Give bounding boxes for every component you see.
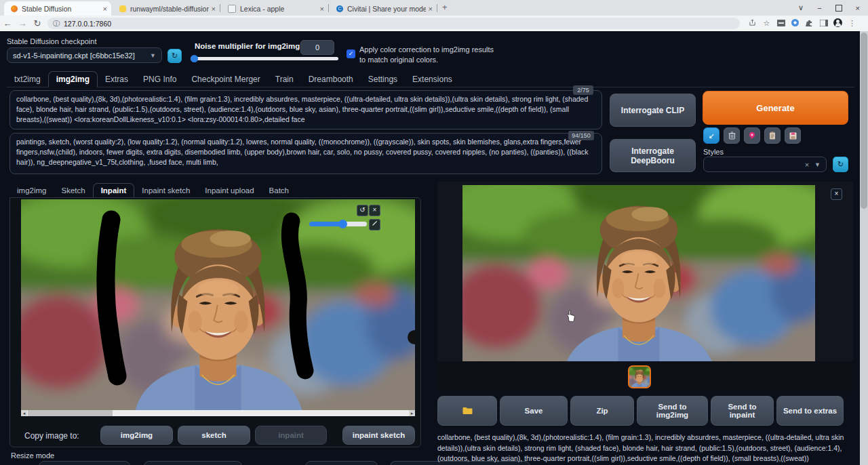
side-panel-icon[interactable] xyxy=(816,20,831,28)
zip-button[interactable]: Zip xyxy=(570,396,634,426)
resize-option-pill[interactable] xyxy=(305,461,378,465)
tab-settings[interactable]: Settings xyxy=(361,72,405,87)
browser-menu-icon[interactable]: ⋮ xyxy=(845,19,859,28)
negative-prompt-textarea[interactable]: paintings, sketch, (worst quality:2), (l… xyxy=(9,133,602,174)
subtab-img2img[interactable]: img2img xyxy=(9,184,54,197)
scrollbar-thumb[interactable] xyxy=(28,410,113,416)
tab-close-icon[interactable]: × xyxy=(212,5,216,13)
subtab-inpaint[interactable]: Inpaint xyxy=(93,183,135,198)
refresh-styles-button[interactable]: ↻ xyxy=(833,157,848,172)
extra-networks-button[interactable] xyxy=(744,127,760,144)
huggingface-favicon xyxy=(119,5,126,12)
noise-multiplier-label: Noise multiplier for img2img xyxy=(195,42,300,50)
page-scrollbar[interactable] xyxy=(860,31,868,465)
tab-img2img[interactable]: img2img xyxy=(48,71,98,87)
civitai-favicon: C xyxy=(336,5,343,12)
save-button[interactable]: Save xyxy=(500,396,568,426)
inpaint-source-image xyxy=(21,199,415,410)
resize-option-pill[interactable] xyxy=(39,461,130,465)
brush-tool-icon[interactable] xyxy=(369,219,380,230)
interrogate-deepbooru-button[interactable]: Interrogate DeepBooru xyxy=(610,139,696,172)
clear-styles-icon[interactable]: × xyxy=(805,161,809,169)
send-to-extras-button[interactable]: Send to extras xyxy=(776,396,844,426)
reload-icon[interactable]: ↻ xyxy=(30,18,45,28)
scroll-right-icon[interactable]: ▸ xyxy=(409,410,415,416)
tab-close-icon[interactable]: × xyxy=(320,5,324,13)
prompt-token-counter: 2/75 xyxy=(573,85,593,95)
clear-image-icon[interactable]: × xyxy=(369,205,380,216)
tab-close-icon[interactable]: × xyxy=(103,5,107,13)
noise-multiplier-value[interactable]: 0 xyxy=(300,40,334,55)
tab-extensions[interactable]: Extensions xyxy=(405,72,460,87)
share-icon[interactable] xyxy=(745,19,760,28)
open-output-folder-button[interactable] xyxy=(437,396,497,426)
forward-icon[interactable]: → xyxy=(15,18,30,28)
page-scrollbar-thumb[interactable] xyxy=(861,33,867,209)
result-image[interactable] xyxy=(462,185,815,361)
prompt-textarea[interactable]: collarbone, (best quality),(8k, 3d),(pho… xyxy=(9,90,602,129)
subtab-sketch[interactable]: Sketch xyxy=(54,184,92,197)
extension-grid-icon[interactable] xyxy=(774,20,788,28)
clear-prompt-button[interactable] xyxy=(724,127,740,144)
window-dropdown-icon[interactable]: ∨ xyxy=(798,3,804,12)
address-bar[interactable]: ⓘ 127.0.0.1:7860 xyxy=(47,18,740,29)
inpaint-canvas[interactable]: ↺ × xyxy=(21,199,415,410)
profile-avatar[interactable] xyxy=(831,18,845,28)
close-gallery-icon[interactable]: × xyxy=(831,188,842,200)
save-style-button[interactable] xyxy=(785,127,801,144)
browser-tab-stable-diffusion[interactable]: Stable Diffusion × xyxy=(4,1,111,16)
copy-to-inpaint-button: inpaint xyxy=(255,426,327,445)
noise-multiplier-slider[interactable] xyxy=(191,57,338,60)
subtab-inpaint-sketch[interactable]: Inpaint sketch xyxy=(134,184,197,197)
brush-size-slider[interactable] xyxy=(309,222,367,226)
browser-tab-runwayml[interactable]: runwayml/stable-diffusion-inpai × xyxy=(113,1,220,16)
copy-to-img2img-button[interactable]: img2img xyxy=(100,426,173,445)
tab-txt2img[interactable]: txt2img xyxy=(7,72,48,87)
paste-generation-params-button[interactable]: ↙ xyxy=(703,127,719,144)
chevron-down-icon: ▼ xyxy=(150,52,156,59)
copy-image-to-label: Copy image to: xyxy=(24,431,79,441)
site-info-icon[interactable]: ⓘ xyxy=(53,19,60,28)
color-correction-checkbox[interactable]: ✓ xyxy=(347,49,355,58)
checkpoint-dropdown[interactable]: sd-v1-5-inpainting.ckpt [c6bbc15e32] ▼ xyxy=(7,47,162,63)
subtab-inpaint-upload[interactable]: Inpaint upload xyxy=(197,184,261,197)
back-icon[interactable]: ← xyxy=(0,18,15,28)
new-tab-button[interactable]: + xyxy=(442,2,448,12)
slider-handle[interactable] xyxy=(191,55,198,62)
scroll-left-icon[interactable]: ◂ xyxy=(21,410,27,416)
subtab-batch[interactable]: Batch xyxy=(262,184,296,197)
gallery-thumbnail-selected[interactable] xyxy=(628,365,651,388)
blue-circle-extension-icon[interactable] xyxy=(788,19,802,28)
copy-to-inpaint-sketch-button[interactable]: inpaint sketch xyxy=(342,426,415,445)
window-close-icon[interactable]: × xyxy=(856,4,860,12)
color-correction-label: Apply color correction to img2img result… xyxy=(359,45,500,65)
window-restore-icon[interactable] xyxy=(835,5,842,12)
tab-extras[interactable]: Extras xyxy=(98,72,136,87)
browser-tab-civitai[interactable]: C Civitai | Share your models × xyxy=(330,1,437,16)
resize-option-pill[interactable] xyxy=(144,461,242,465)
undo-brush-icon[interactable]: ↺ xyxy=(357,205,368,216)
apply-style-button[interactable] xyxy=(764,127,781,144)
refresh-checkpoint-button[interactable]: ↻ xyxy=(167,49,182,63)
brush-size-handle[interactable] xyxy=(338,220,347,228)
send-to-img2img-button[interactable]: Send to img2img xyxy=(637,396,708,426)
tab-close-icon[interactable]: × xyxy=(429,5,433,13)
copy-to-sketch-button[interactable]: sketch xyxy=(178,426,250,445)
puzzle-extensions-icon[interactable] xyxy=(802,19,816,28)
generate-button[interactable]: Generate xyxy=(703,91,848,125)
negative-token-counter: 94/150 xyxy=(568,131,594,140)
browser-tab-lexica[interactable]: Lexica - apple × xyxy=(221,1,328,16)
styles-dropdown[interactable]: × ▼ xyxy=(703,157,827,172)
interrogate-clip-button[interactable]: Interrogate CLIP xyxy=(610,94,696,127)
browser-tab-title: runwayml/stable-diffusion-inpai xyxy=(130,5,209,13)
bookmark-star-icon[interactable]: ☆ xyxy=(760,19,774,28)
tab-dreambooth[interactable]: Dreambooth xyxy=(301,72,361,87)
send-to-inpaint-button[interactable]: Send to inpaint xyxy=(711,396,774,426)
canvas-h-scrollbar[interactable]: ◂ ▸ xyxy=(21,410,415,416)
hand-cursor xyxy=(566,310,576,322)
tab-png-info[interactable]: PNG Info xyxy=(136,72,184,87)
tab-checkpoint-merger[interactable]: Checkpoint Merger xyxy=(184,72,267,87)
window-minimize-icon[interactable]: − xyxy=(817,4,821,12)
tab-train[interactable]: Train xyxy=(268,72,301,87)
trash-icon xyxy=(728,132,736,140)
